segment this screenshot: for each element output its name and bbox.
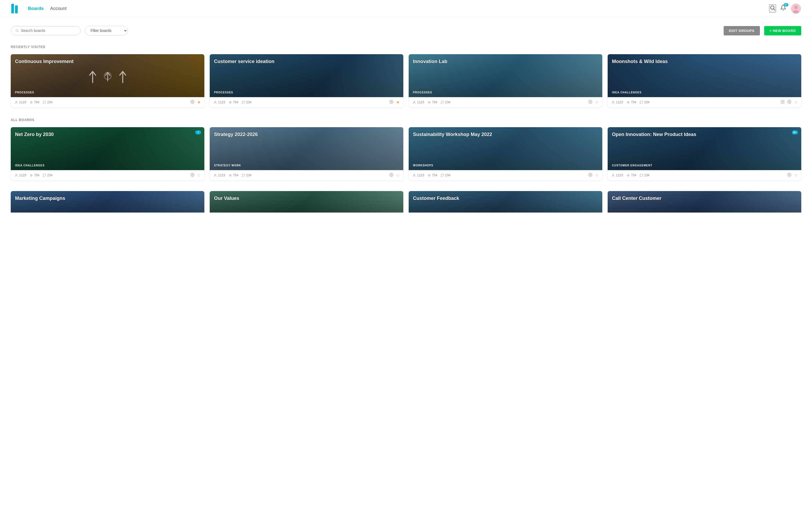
new-board-button[interactable]: + NEW BOARD [764,26,801,35]
settings-icon[interactable] [588,100,592,105]
svg-point-28 [31,175,32,176]
nav-account[interactable]: Account [50,6,67,11]
board-card-net-zero[interactable]: Net Zero by 2030IDEA CHALLENGES7 1123 75… [11,127,204,180]
search-box-icon [15,29,19,32]
all-boards-title: ALL BOARDS [11,118,801,122]
idea-icon [427,174,431,177]
idea-icon [229,174,232,177]
board-ideas-stat: 754 [30,174,40,177]
nav-boards[interactable]: Boards [28,6,44,11]
star-icon[interactable]: ☆ [595,100,598,105]
comment-icon [43,101,46,104]
board-card-sustainability-workshop[interactable]: Sustainability Workshop May 2022WORKSHOP… [409,127,602,180]
comment-icon [43,174,46,177]
global-search-button[interactable] [769,4,776,13]
board-comments-count: 234 [445,174,451,177]
board-card-footer: 1123 754 234 [608,97,801,107]
board-ideas-count: 754 [233,100,238,104]
board-members-count: 1123 [218,174,225,177]
expand-icon[interactable] [781,100,785,105]
board-notification-badge: 9+ [792,131,798,134]
settings-icon[interactable] [190,100,194,105]
board-card-title: Continuous Improvement [15,59,200,65]
board-members-stat: 1123 [14,174,26,177]
board-members-count: 1123 [616,174,623,177]
svg-point-19 [429,102,430,103]
board-footer-icons: ☆ [588,100,598,105]
settings-icon[interactable] [190,173,194,178]
board-card-footer: 1123 754 234 [210,170,403,180]
settings-icon[interactable] [389,100,393,105]
star-icon[interactable]: ☆ [595,173,598,178]
board-card-callcenter[interactable]: Call Center Customer [608,191,801,212]
board-card-feedback[interactable]: Customer Feedback [409,191,602,212]
star-icon[interactable]: ★ [396,100,400,105]
notification-badge: 9+ [784,3,788,6]
search-input[interactable] [21,28,76,33]
star-icon[interactable]: ☆ [396,173,400,178]
board-card-title: Customer service ideation [214,59,399,65]
svg-point-41 [627,174,629,176]
filter-select[interactable]: Filter boards All Boards My Boards Starr… [85,26,128,35]
board-card-continuous-improvement[interactable]: Continuous Improvement PROCESSES 1123 [11,54,204,107]
board-card-category: IDEA CHALLENGES [612,91,641,94]
svg-point-42 [789,175,790,176]
member-icon [611,101,615,104]
board-card-open-innovation[interactable]: Open Innovation: New Product IdeasCUSTOM… [608,127,801,180]
board-ideas-count: 754 [233,174,238,177]
settings-icon[interactable] [389,173,393,178]
svg-point-14 [215,101,216,102]
svg-point-39 [612,174,613,175]
svg-point-5 [794,6,798,9]
board-card-title: Innovation Lab [413,59,598,65]
comment-icon [441,174,444,177]
board-ideas-count: 754 [432,100,437,104]
board-ideas-count: 754 [631,174,636,177]
board-card-moonshots-wild-ideas[interactable]: Moonshots & Wild IdeasIDEA CHALLENGES 11… [608,54,801,107]
idea-icon [427,101,431,104]
settings-icon[interactable] [588,173,592,178]
board-card-marketing[interactable]: Marketing Campaigns [11,191,204,212]
board-card-customer-service-ideation[interactable]: Customer service ideationPROCESSES 1123 … [210,54,403,107]
board-card-title: Strategy 2022-2026 [214,132,399,138]
board-comments-stat: 234 [640,174,650,177]
partial-boards-grid: Marketing CampaignsOur ValuesCustomer Fe… [11,191,801,212]
board-comments-stat: 234 [242,174,251,177]
board-card-strategy-2022-2026[interactable]: Strategy 2022-2026STRATEGY WORK 1123 754… [210,127,403,180]
board-card-category: CUSTOMER ENGAGEMENT [612,164,653,167]
board-comments-stat: 234 [242,100,251,104]
star-icon[interactable]: ☆ [794,100,798,105]
avatar[interactable] [791,3,801,14]
toolbar: Filter boards All Boards My Boards Starr… [11,26,801,35]
svg-point-16 [229,101,231,103]
comment-icon [441,101,444,104]
logo[interactable] [11,3,19,14]
nav-right: 9+ [769,3,801,14]
board-card-values[interactable]: Our Values [210,191,403,212]
recently-visited-section: RECENTLY VISITED Continuous Improvement … [11,45,801,107]
board-members-stat: 1123 [611,174,623,177]
svg-point-40 [628,175,628,176]
notifications-button[interactable]: 9+ [780,5,786,12]
edit-groups-button[interactable]: EDIT GROUPS [724,26,760,35]
board-members-count: 1123 [19,100,26,104]
board-members-stat: 1123 [412,100,424,104]
comment-icon [640,101,643,104]
svg-point-27 [16,174,17,175]
settings-icon[interactable] [787,173,791,178]
star-icon[interactable]: ★ [197,100,201,105]
all-boards-section: ALL BOARDS Net Zero by 2030IDEA CHALLENG… [11,118,801,180]
settings-icon[interactable] [787,100,791,105]
board-card-title: Our Values [214,195,399,201]
star-icon[interactable]: ☆ [794,173,798,178]
board-ideas-stat: 754 [427,100,437,104]
board-card-innovation-lab[interactable]: Innovation LabPROCESSES 1123 754 234 [409,54,602,107]
search-box[interactable] [11,26,81,35]
board-footer-icons: ☆ [787,173,798,178]
board-card-category: PROCESSES [214,91,233,94]
svg-rect-0 [11,4,14,13]
star-icon[interactable]: ☆ [197,173,201,178]
board-comments-count: 234 [246,174,251,177]
svg-point-35 [414,174,415,175]
nav-links: Boards Account [28,6,769,11]
